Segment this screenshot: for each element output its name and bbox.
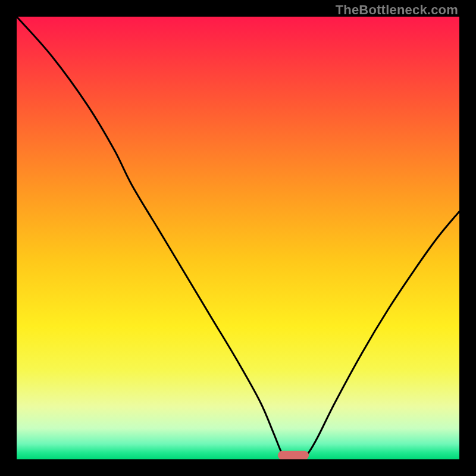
chart-frame: TheBottleneck.com: [0, 0, 476, 476]
gradient-background: [17, 17, 459, 459]
plot-area: [17, 17, 459, 459]
optimal-range-marker: [278, 451, 309, 459]
watermark-text: TheBottleneck.com: [336, 2, 458, 18]
bottleneck-chart: [17, 17, 459, 459]
